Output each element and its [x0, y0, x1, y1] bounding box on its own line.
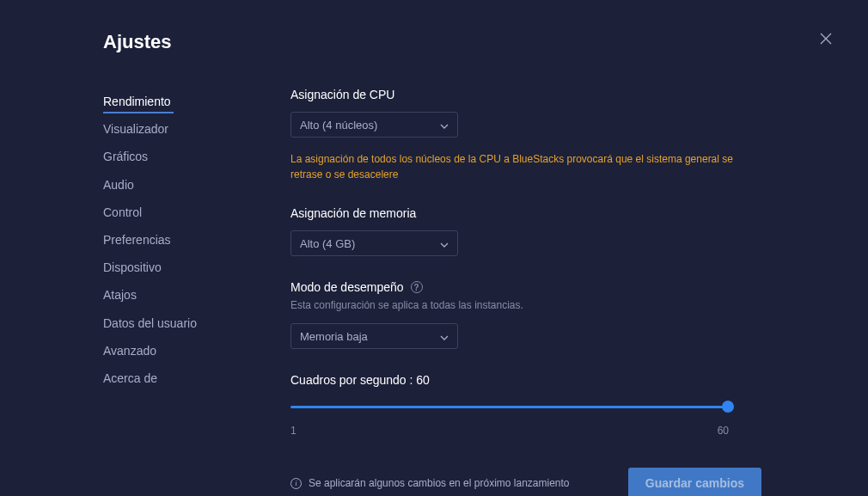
sidebar-item-preferencias[interactable]: Preferencias [103, 226, 275, 254]
sidebar-item-rendimiento[interactable]: Rendimiento [103, 88, 275, 115]
sidebar-item-acerca-de[interactable]: Acerca de [103, 364, 275, 392]
sidebar-item-control[interactable]: Control [103, 199, 275, 226]
chevron-down-icon [440, 237, 449, 250]
performance-label: Modo de desempeño [290, 280, 404, 294]
help-icon[interactable]: ? [411, 281, 423, 293]
sidebar-item-visualizador[interactable]: Visualizador [103, 115, 275, 143]
fps-label: Cuadros por segundo : 60 [290, 373, 765, 387]
performance-sublabel: Esta configuración se aplica a todas las… [290, 299, 765, 311]
sidebar-item-audio[interactable]: Audio [103, 171, 275, 199]
info-icon: i [290, 478, 302, 489]
fps-max: 60 [718, 425, 729, 437]
memory-dropdown-value: Alto (4 GB) [300, 237, 355, 250]
cpu-dropdown-value: Alto (4 núcleos) [300, 119, 377, 132]
cpu-label: Asignación de CPU [290, 88, 765, 101]
page-title: Ajustes [103, 31, 868, 53]
performance-dropdown[interactable]: Memoria baja [290, 323, 458, 349]
chevron-down-icon [440, 330, 449, 343]
cpu-warning: La asignación de todos los núcleos de la… [290, 151, 737, 182]
chevron-down-icon [440, 119, 449, 132]
memory-dropdown[interactable]: Alto (4 GB) [290, 230, 458, 256]
slider-thumb[interactable] [722, 401, 734, 413]
memory-label: Asignación de memoria [290, 206, 765, 220]
sidebar-item-atajos[interactable]: Atajos [103, 281, 275, 309]
performance-dropdown-value: Memoria baja [300, 330, 368, 343]
info-text: Se aplicarán algunos cambios en el próxi… [309, 477, 570, 489]
sidebar-item-dispositivo[interactable]: Dispositivo [103, 254, 275, 281]
sidebar-item-graficos[interactable]: Gráficos [103, 143, 275, 170]
cpu-dropdown[interactable]: Alto (4 núcleos) [290, 112, 458, 138]
slider-track [290, 406, 729, 408]
sidebar: Rendimiento Visualizador Gráficos Audio … [103, 88, 275, 496]
close-icon [820, 33, 832, 45]
save-button[interactable]: Guardar cambios [628, 468, 761, 496]
fps-min: 1 [290, 425, 296, 437]
sidebar-item-avanzado[interactable]: Avanzado [103, 337, 275, 364]
sidebar-item-datos-usuario[interactable]: Datos del usuario [103, 309, 275, 337]
close-button[interactable] [820, 33, 834, 46]
fps-slider[interactable] [290, 401, 729, 418]
